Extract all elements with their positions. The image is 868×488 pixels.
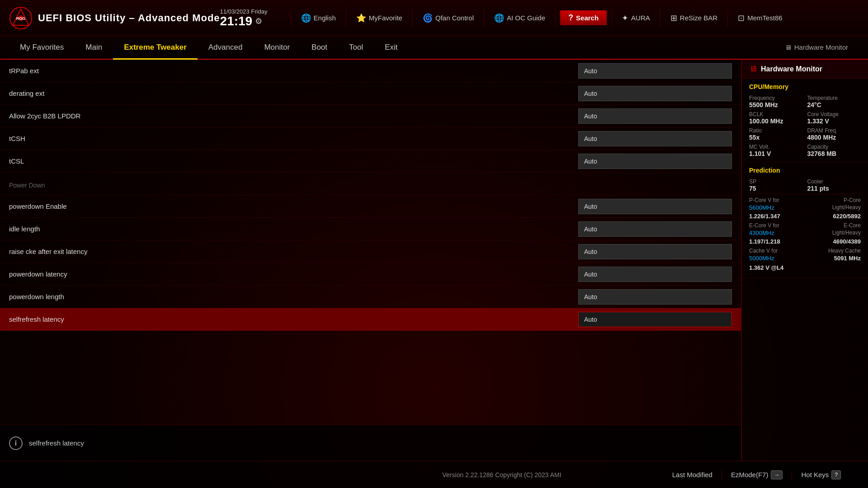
- setting-label-derating-ext: derating ext: [9, 89, 578, 97]
- hw-item-cooler: Cooler 211 pts: [807, 178, 861, 192]
- nav-exit[interactable]: Exit: [374, 36, 408, 60]
- setting-value-idle-length[interactable]: Auto: [578, 221, 732, 237]
- logo-area: ROG UEFI BIOS Utility – Advanced Mode: [9, 6, 220, 30]
- nav-monitor[interactable]: Monitor: [253, 36, 301, 60]
- nav-advanced[interactable]: Advanced: [198, 36, 254, 60]
- hw-monitor-panel: 🖥 Hardware Monitor CPU/Memory Frequency …: [741, 60, 868, 461]
- fan-icon: 🌀: [423, 13, 433, 23]
- cache-row1: Cache V for Heavy Cache: [749, 248, 861, 254]
- setting-value-powerdown-enable[interactable]: Auto: [578, 199, 732, 214]
- search-label: Search: [576, 14, 599, 22]
- section-label-power-down: Power Down: [9, 182, 732, 189]
- qfan-button[interactable]: 🌀 Qfan Control: [417, 11, 479, 25]
- english-label: English: [314, 14, 336, 22]
- setting-row-trpab-ext[interactable]: tRPab ext Auto: [0, 60, 741, 82]
- pcore-row1: P-Core V for P-Core: [749, 197, 861, 203]
- setting-value-powerdown-length[interactable]: Auto: [578, 289, 732, 305]
- hw-monitor-title: Hardware Monitor: [761, 65, 822, 73]
- setting-value-tcsh[interactable]: Auto: [578, 131, 732, 146]
- setting-value-raise-cke[interactable]: Auto: [578, 244, 732, 259]
- hw-cpu-grid: Frequency 5500 MHz Temperature 24°C BCLK…: [749, 95, 861, 157]
- memtest-button[interactable]: ⊡ MemTest86: [732, 11, 788, 25]
- svg-text:ROG: ROG: [16, 16, 26, 21]
- ecore-row2: 4300MHz Light/Heavy: [749, 230, 861, 236]
- cache-freq-link[interactable]: 5000MHz: [749, 255, 774, 262]
- cache-row3: 1.362 V @L4: [749, 263, 861, 272]
- top-bar-right: 11/03/2023 Friday 21:19 ⚙ 🌐 English ⭐ My…: [220, 8, 859, 28]
- setting-label-powerdown-latency: powerdown latency: [9, 270, 578, 278]
- nav-main[interactable]: Main: [75, 36, 113, 60]
- nav-my-favorites[interactable]: My Favorites: [9, 36, 75, 60]
- divider-4: [484, 9, 484, 27]
- hw-item-mc-volt: MC Volt. 1.101 V: [749, 144, 803, 157]
- datetime-block: 11/03/2023 Friday 21:19 ⚙: [220, 8, 279, 28]
- hw-monitor-header: 🖥 Hardware Monitor: [742, 60, 868, 79]
- setting-row-selfrefresh-latency[interactable]: selfrefresh latency Auto: [0, 308, 741, 331]
- setting-value-tcsl[interactable]: Auto: [578, 154, 732, 169]
- ecore-row3: 1.197/1.218 4690/4389: [749, 238, 861, 245]
- setting-row-idle-length[interactable]: idle length Auto: [0, 218, 741, 240]
- setting-row-raise-cke[interactable]: raise cke after exit latency Auto: [0, 240, 741, 263]
- setting-row-powerdown-enable[interactable]: powerdown Enable Auto: [0, 195, 741, 218]
- prediction-pcore-section: P-Core V for P-Core 5600MHz Light/Heavy …: [749, 197, 861, 272]
- globe-icon: 🌐: [301, 13, 311, 23]
- top-bar: ROG UEFI BIOS Utility – Advanced Mode 11…: [0, 0, 868, 36]
- hw-item-dram-freq: DRAM Freq. 4800 MHz: [807, 127, 861, 141]
- settings-icon[interactable]: ⚙: [255, 16, 262, 26]
- setting-row-powerdown-latency[interactable]: powerdown latency Auto: [0, 263, 741, 286]
- info-description: selfrefresh latency: [29, 439, 84, 447]
- time-block: 21:19 ⚙: [220, 15, 263, 28]
- main-area: tRPab ext Auto derating ext Auto Allow 2…: [0, 60, 868, 461]
- hot-keys-button[interactable]: Hot Keys ?: [792, 470, 850, 479]
- english-button[interactable]: 🌐 English: [296, 11, 341, 25]
- settings-list: tRPab ext Auto derating ext Auto Allow 2…: [0, 60, 741, 425]
- aioc-button[interactable]: 🌐 AI OC Guide: [489, 11, 551, 25]
- setting-value-allow-2cyc[interactable]: Auto: [578, 108, 732, 124]
- last-modified-button[interactable]: Last Modified: [663, 471, 722, 479]
- setting-row-powerdown-length[interactable]: powerdown length Auto: [0, 286, 741, 308]
- ezmode-label: EzMode(F7): [731, 471, 769, 479]
- setting-row-tcsh[interactable]: tCSH Auto: [0, 127, 741, 150]
- hw-item-frequency: Frequency 5500 MHz: [749, 95, 803, 108]
- setting-label-allow-2cyc: Allow 2cyc B2B LPDDR: [9, 112, 578, 120]
- setting-row-allow-2cyc[interactable]: Allow 2cyc B2B LPDDR Auto: [0, 105, 741, 127]
- nav-extreme-tweaker[interactable]: Extreme Tweaker: [113, 36, 198, 60]
- setting-row-derating-ext[interactable]: derating ext Auto: [0, 82, 741, 105]
- myfavorite-button[interactable]: ⭐ MyFavorite: [351, 11, 408, 25]
- setting-value-trpab-ext[interactable]: Auto: [578, 63, 732, 79]
- divider-6: [611, 9, 612, 27]
- hw-prediction-grid: SP 75 Cooler 211 pts: [749, 178, 861, 192]
- aioc-label: AI OC Guide: [507, 14, 545, 22]
- aura-button[interactable]: ✦ AURA: [616, 11, 656, 25]
- ecore-freq-link[interactable]: 4300MHz: [749, 230, 774, 236]
- ezmode-button[interactable]: EzMode(F7) →: [722, 470, 792, 479]
- aioc-icon: 🌐: [494, 13, 504, 23]
- resize-icon: ⊞: [670, 13, 677, 23]
- nav-tool[interactable]: Tool: [338, 36, 374, 60]
- setting-value-selfrefresh-latency[interactable]: Auto: [578, 312, 732, 327]
- resizebar-label: ReSize BAR: [680, 14, 717, 22]
- setting-value-derating-ext[interactable]: Auto: [578, 86, 732, 101]
- resizebar-button[interactable]: ⊞ ReSize BAR: [665, 11, 723, 25]
- ecore-row1: E-Core V for E-Core: [749, 222, 861, 229]
- setting-row-tcsl[interactable]: tCSL Auto: [0, 150, 741, 173]
- pcore-freq-link[interactable]: 5600MHz: [749, 204, 774, 211]
- setting-label-powerdown-enable: powerdown Enable: [9, 202, 578, 210]
- hw-item-bclk: BCLK 100.00 MHz: [749, 111, 803, 125]
- monitor-icon: 🖥: [749, 64, 757, 74]
- divider-5: [555, 9, 556, 27]
- nav-boot[interactable]: Boot: [301, 36, 338, 60]
- hw-item-temperature: Temperature 24°C: [807, 95, 861, 108]
- divider-2: [346, 9, 346, 27]
- aura-label: AURA: [631, 14, 650, 22]
- hw-section-prediction-title: Prediction: [749, 167, 861, 174]
- search-button[interactable]: ? Search: [560, 10, 607, 25]
- rog-logo-icon: ROG: [9, 6, 33, 30]
- hw-section-cpu-memory: CPU/Memory Frequency 5500 MHz Temperatur…: [742, 79, 868, 162]
- star-icon: ⭐: [356, 13, 366, 23]
- monitor-display-icon: 🖥: [785, 43, 792, 51]
- version-text: Version 2.22.1286 Copyright (C) 2023 AMI: [340, 471, 663, 479]
- ezmode-key-badge: →: [771, 470, 783, 479]
- setting-value-powerdown-latency[interactable]: Auto: [578, 267, 732, 282]
- divider-3: [412, 9, 413, 27]
